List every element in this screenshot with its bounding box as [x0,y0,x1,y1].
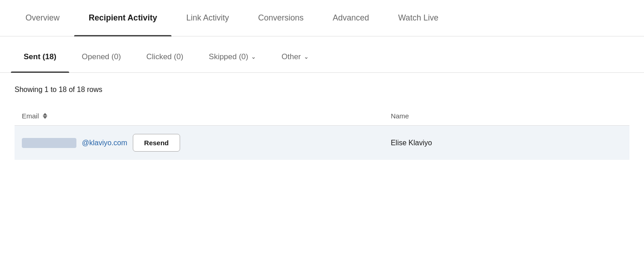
tab-recipient-activity[interactable]: Recipient Activity [74,0,171,36]
sub-nav: Sent (18) Opened (0) Clicked (0) Skipped… [0,41,644,73]
chevron-down-icon: ⌄ [304,53,309,60]
sort-icon[interactable] [43,113,47,119]
top-nav: Overview Recipient Activity Link Activit… [0,0,644,36]
tab-overview[interactable]: Overview [11,0,74,36]
tab-conversions[interactable]: Conversions [243,0,318,36]
subtab-other[interactable]: Other ⌄ [269,41,322,73]
resend-button[interactable]: Resend [133,134,180,152]
tab-advanced[interactable]: Advanced [318,0,383,36]
tab-link-activity[interactable]: Link Activity [171,0,243,36]
email-domain-text: @klaviyo.com [82,139,127,147]
subtab-skipped[interactable]: Skipped (0) ⌄ [196,41,269,73]
email-cell: @klaviyo.com Resend [15,126,383,160]
email-blur-placeholder [22,138,76,148]
name-column-header: Name [383,107,629,126]
showing-rows-label: Showing 1 to 18 of 18 rows [15,86,629,94]
subtab-sent[interactable]: Sent (18) [11,41,69,73]
name-cell: Elise Klaviyo [383,126,629,160]
email-column-header: Email [15,107,383,126]
subtab-clicked[interactable]: Clicked (0) [134,41,196,73]
main-content: Showing 1 to 18 of 18 rows Email Name [0,73,644,160]
recipient-name: Elise Klaviyo [391,139,432,147]
chevron-down-icon: ⌄ [251,53,256,60]
recipient-table: Email Name @klaviyo.com [15,107,629,160]
tab-watch-live[interactable]: Watch Live [384,0,453,36]
subtab-opened[interactable]: Opened (0) [69,41,134,73]
table-row: @klaviyo.com Resend Elise Klaviyo [15,126,629,160]
